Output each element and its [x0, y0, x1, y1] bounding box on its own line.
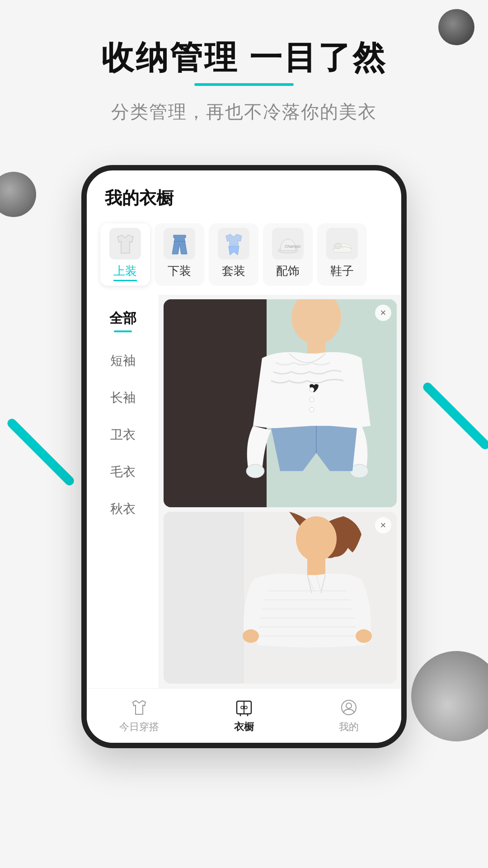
sidebar-item-long-sleeve[interactable]: 长袖	[87, 379, 159, 416]
profile-nav-icon	[339, 698, 359, 717]
clothing-card-2[interactable]: ×	[164, 512, 397, 684]
shoe-icon	[330, 231, 355, 256]
phone-header: 我的衣橱	[87, 170, 401, 219]
svg-point-24	[243, 629, 259, 643]
sidebar-item-all[interactable]: 全部	[87, 299, 159, 342]
shirt-nav-icon	[129, 698, 149, 717]
close-button-1[interactable]: ×	[375, 305, 391, 321]
category-tab-bottoms[interactable]: 下装	[155, 223, 204, 286]
sidebar-item-thermal[interactable]: 秋衣	[87, 491, 159, 528]
content-area: 全部 短袖 长袖 卫衣 毛衣 秋衣	[87, 295, 401, 688]
category-tab-shoes[interactable]: 鞋子	[317, 223, 367, 286]
shoes-label: 鞋子	[330, 263, 354, 279]
phone-mockup: 我的衣橱 上装 下装	[81, 165, 407, 748]
sidebar: 全部 短袖 长袖 卫衣 毛衣 秋衣	[87, 295, 159, 688]
svg-point-13	[310, 407, 314, 412]
pants-icon	[167, 231, 192, 256]
tops-icon	[109, 228, 141, 259]
profile-nav-label: 我的	[339, 720, 359, 734]
shoes-icon	[326, 228, 358, 259]
phone-wrapper: 我的衣橱 上装 下装	[0, 165, 488, 748]
wardrobe-nav-icon	[234, 698, 254, 717]
set-icon	[221, 231, 246, 256]
nav-item-profile[interactable]: 我的	[296, 698, 401, 734]
close-button-2[interactable]: ×	[375, 517, 391, 533]
sidebar-item-sweatshirt[interactable]: 卫衣	[87, 416, 159, 453]
wardrobe-nav-label: 衣橱	[234, 720, 254, 734]
clothing-image-1	[164, 299, 397, 507]
nav-item-outfit[interactable]: 今日穿搭	[87, 698, 192, 734]
main-title: 收纳管理 一目了然	[101, 36, 387, 86]
accessories-icon: Champion	[272, 228, 304, 259]
sub-title: 分类管理，再也不冷落你的美衣	[27, 99, 461, 124]
svg-point-34	[346, 703, 352, 708]
svg-point-11	[310, 387, 314, 392]
bottoms-icon	[164, 228, 195, 259]
outfit-illustration-2	[164, 512, 397, 684]
svg-point-12	[310, 397, 314, 402]
sidebar-item-sweater[interactable]: 毛衣	[87, 453, 159, 491]
sets-label: 套装	[222, 263, 245, 279]
decorative-circle-top	[438, 9, 474, 45]
svg-point-29	[241, 706, 244, 709]
clothing-card-1[interactable]: ×	[164, 299, 397, 507]
svg-text:Champion: Champion	[285, 244, 300, 249]
category-tab-tops[interactable]: 上装	[100, 223, 150, 286]
svg-point-3	[334, 243, 342, 249]
sets-icon	[218, 228, 249, 259]
clothing-grid: ×	[159, 295, 401, 688]
accessories-label: 配饰	[276, 263, 300, 279]
category-tab-sets[interactable]: 套装	[209, 223, 258, 286]
svg-point-25	[356, 629, 372, 643]
bottom-nav: 今日穿搭 衣橱	[87, 688, 401, 743]
sidebar-item-short-sleeve[interactable]: 短袖	[87, 342, 159, 379]
outfit-nav-label: 今日穿搭	[119, 720, 159, 734]
shirt-icon	[113, 231, 138, 256]
svg-point-26	[313, 559, 320, 566]
clothing-image-2	[164, 512, 397, 684]
svg-point-8	[246, 464, 264, 478]
category-tabs: 上装 下装 套装	[87, 219, 401, 295]
svg-point-30	[244, 706, 247, 709]
tops-label: 上装	[113, 263, 137, 281]
nav-item-wardrobe[interactable]: 衣橱	[192, 698, 296, 734]
bottoms-label: 下装	[168, 263, 191, 279]
category-tab-accessories[interactable]: Champion 配饰	[263, 223, 313, 286]
outfit-illustration-1	[164, 299, 397, 507]
header-section: 收纳管理 一目了然 分类管理，再也不冷落你的美衣	[0, 0, 488, 142]
hat-icon: Champion	[276, 231, 300, 256]
